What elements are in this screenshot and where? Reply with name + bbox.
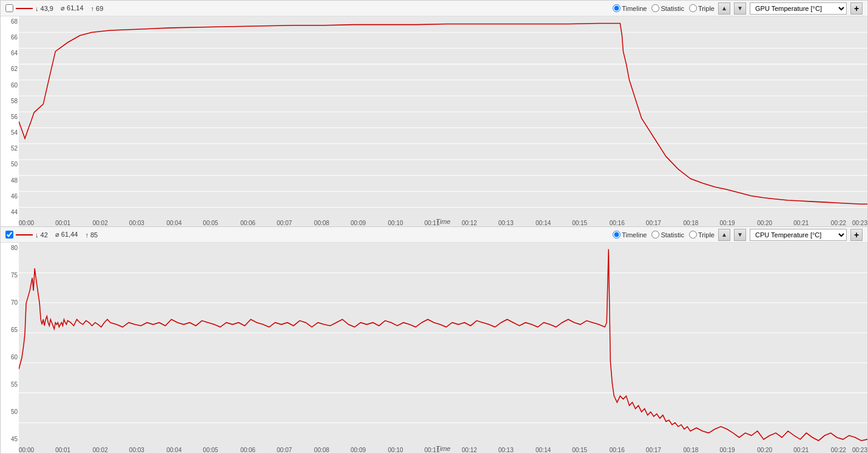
cpu-add-button[interactable]: + (850, 229, 863, 241)
cpu-temp-header: ↓ 42 ⌀ 61,44 ↑ 85 Timeline Statistic Tri… (1, 227, 867, 243)
cpu-chart-area: 00:00 00:01 00:02 00:03 00:04 00:05 00:0… (19, 243, 867, 453)
gpu-temp-header: ↓ 43,9 ⌀ 61,14 ↑ 69 Timeline Statistic T… (1, 1, 867, 16)
gpu-up-button[interactable]: ▲ (718, 2, 730, 15)
cpu-metric-select[interactable]: CPU Temperature [°C] (750, 229, 847, 241)
gpu-temp-legend: ↓ 43,9 ⌀ 61,14 ↑ 69 (5, 4, 608, 12)
gpu-temp-line-icon (16, 8, 33, 9)
cpu-chart-svg (19, 243, 867, 453)
cpu-view-mode: Timeline Statistic Triple (613, 231, 715, 239)
cpu-temp-avg: ⌀ 61,44 (55, 231, 78, 239)
cpu-triple-radio[interactable] (689, 231, 697, 239)
gpu-statistic-radio[interactable] (651, 4, 659, 12)
gpu-timeline-label[interactable]: Timeline (613, 4, 647, 12)
cpu-temp-controls: Timeline Statistic Triple ▲ ▼ CPU Temper… (613, 229, 863, 241)
gpu-metric-select[interactable]: GPU Temperature [°C] (750, 2, 847, 15)
gpu-temp-avg: ⌀ 61,14 (61, 4, 84, 12)
cpu-y-axis: 80 75 70 65 60 55 50 45 (1, 243, 19, 453)
gpu-temp-body: 68 66 64 62 60 58 56 54 52 50 48 46 44 (1, 16, 867, 226)
gpu-x-title: Time (436, 218, 450, 225)
cpu-triple-label[interactable]: Triple (689, 231, 715, 239)
cpu-timeline-radio[interactable] (613, 231, 621, 239)
cpu-down-button[interactable]: ▼ (734, 229, 746, 241)
cpu-x-title: Time (436, 445, 450, 452)
cpu-temp-panel: ↓ 42 ⌀ 61,44 ↑ 85 Timeline Statistic Tri… (0, 227, 868, 454)
cpu-statistic-label[interactable]: Statistic (651, 231, 684, 239)
cpu-statistic-radio[interactable] (651, 231, 659, 239)
cpu-temp-legend: ↓ 42 ⌀ 61,44 ↑ 85 (5, 231, 608, 239)
gpu-temp-panel: ↓ 43,9 ⌀ 61,14 ↑ 69 Timeline Statistic T… (0, 0, 868, 227)
gpu-timeline-radio[interactable] (613, 4, 621, 12)
cpu-timeline-label[interactable]: Timeline (613, 231, 647, 239)
gpu-temp-max: ↑ 69 (91, 5, 104, 12)
gpu-temp-min: ↓ 43,9 (35, 5, 53, 12)
gpu-view-mode: Timeline Statistic Triple (613, 4, 715, 12)
svg-rect-13 (19, 243, 867, 453)
gpu-statistic-label[interactable]: Statistic (651, 4, 684, 12)
gpu-triple-label[interactable]: Triple (689, 4, 715, 12)
cpu-temp-checkbox[interactable] (5, 231, 13, 239)
gpu-down-button[interactable]: ▼ (734, 2, 746, 15)
cpu-up-button[interactable]: ▲ (718, 229, 730, 241)
cpu-temp-max: ↑ 85 (85, 231, 98, 239)
gpu-chart-area: 00:00 00:01 00:02 00:03 00:04 00:05 00:0… (19, 16, 867, 226)
gpu-triple-radio[interactable] (689, 4, 697, 12)
gpu-temp-checkbox[interactable] (5, 4, 13, 12)
gpu-y-axis: 68 66 64 62 60 58 56 54 52 50 48 46 44 (1, 16, 19, 226)
gpu-add-button[interactable]: + (850, 2, 863, 15)
cpu-temp-body: 80 75 70 65 60 55 50 45 (1, 243, 867, 453)
gpu-temp-controls: Timeline Statistic Triple ▲ ▼ GPU Temper… (613, 2, 863, 15)
cpu-temp-line-icon (16, 234, 33, 235)
gpu-chart-svg (19, 16, 867, 226)
cpu-temp-min: ↓ 42 (35, 231, 48, 239)
